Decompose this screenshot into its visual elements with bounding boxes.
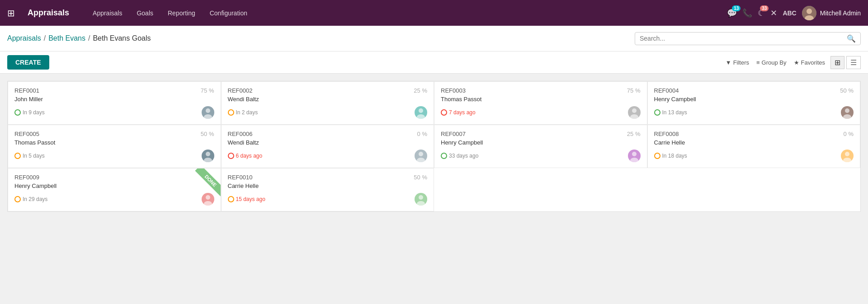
breadcrumb-beth-evans[interactable]: Beth Evans (48, 34, 85, 42)
search-icon[interactable]: 🔍 (847, 34, 856, 43)
card-avatar (202, 150, 214, 162)
card-name: John Miller (14, 96, 214, 103)
filters-button[interactable]: ▼ Filters (726, 59, 749, 66)
card-header: REF0008 0 % (654, 131, 854, 137)
card-footer: In 18 days (654, 150, 854, 162)
user-menu[interactable]: Mitchell Admin (802, 6, 861, 20)
abc-label[interactable]: ABC (783, 9, 796, 17)
svg-point-8 (630, 114, 638, 119)
nav-reporting[interactable]: Reporting (162, 7, 201, 19)
card-percent: 50 % (840, 87, 854, 94)
chat-icon[interactable]: 💬 13 (727, 8, 737, 18)
list-view-button[interactable]: ☰ (846, 56, 861, 69)
moon-badge: 33 (760, 5, 769, 11)
card-ref: REF0002 (228, 87, 253, 94)
card-date: In 2 days (228, 109, 258, 116)
nav-appraisals[interactable]: Appraisals (87, 7, 127, 19)
date-icon (228, 153, 234, 159)
card-avatar (415, 193, 427, 206)
filter-group: ▼ Filters ≡ Group By ★ Favorites (726, 59, 825, 66)
star-icon: ★ (794, 59, 799, 66)
phone-icon[interactable]: 📞 (742, 8, 752, 18)
kanban-card[interactable]: REF0003 75 % Thomas Passot 7 days ago (434, 81, 647, 125)
view-toggle: ⊞ ☰ (830, 56, 861, 69)
groupby-label: Group By (762, 59, 787, 66)
card-percent: 25 % (627, 131, 641, 137)
card-percent: 75 % (201, 87, 214, 94)
card-header: REF0005 50 % (14, 131, 214, 137)
card-ref: REF0001 (14, 87, 39, 94)
card-date: 6 days ago (228, 153, 263, 159)
kanban-card[interactable]: REF0010 50 % Carrie Helle 15 days ago (221, 168, 434, 211)
card-ref: REF0010 (228, 174, 253, 181)
card-date: 33 days ago (441, 153, 478, 159)
favorites-button[interactable]: ★ Favorites (794, 59, 825, 66)
card-header: REF0007 25 % (441, 131, 641, 137)
card-ref: REF0006 (228, 131, 253, 137)
card-header: REF0001 75 % (14, 87, 214, 94)
grid-icon[interactable]: ⊞ (7, 8, 15, 19)
kanban-card[interactable]: REF0002 25 % Wendi Baltz In 2 days (221, 81, 434, 125)
date-text: In 5 days (23, 153, 45, 159)
svg-point-16 (630, 158, 638, 162)
card-date: In 29 days (14, 196, 47, 202)
app-title: Appraisals (28, 8, 69, 18)
create-button[interactable]: CREATE (7, 55, 49, 70)
card-header: REF0009 (14, 174, 214, 181)
card-avatar (415, 150, 427, 162)
date-text: 33 days ago (449, 153, 478, 159)
nav-links: Appraisals Goals Reporting Configuration (87, 7, 253, 19)
card-avatar (202, 106, 214, 119)
kanban-card[interactable]: REF0005 50 % Thomas Passot In 5 days (8, 125, 221, 168)
date-icon (441, 109, 447, 116)
filter-icon: ▼ (726, 59, 731, 66)
breadcrumb-sep1: / (44, 34, 46, 42)
user-name: Mitchell Admin (820, 9, 861, 17)
filters-label: Filters (733, 59, 749, 66)
breadcrumb-current: Beth Evans Goals (93, 34, 151, 42)
kanban-card[interactable]: REF0008 0 % Carrie Helle In 18 days (647, 125, 861, 168)
card-header: REF0010 50 % (228, 174, 428, 181)
kanban-card[interactable]: REF0009 Henry Campbell In 29 days DONE (8, 168, 221, 211)
kanban-card[interactable]: REF0001 75 % John Miller In 9 days (8, 81, 221, 125)
kanban-card[interactable]: REF0006 0 % Wendi Baltz 6 days ago (221, 125, 434, 168)
card-date: 7 days ago (441, 109, 476, 116)
done-ribbon: DONE (195, 168, 221, 196)
card-ref: REF0007 (441, 131, 466, 137)
svg-point-5 (419, 108, 423, 113)
kanban-card[interactable]: REF0004 50 % Henry Campbell In 13 days (647, 81, 861, 125)
groupby-button[interactable]: ≡ Group By (756, 59, 787, 66)
date-text: In 2 days (236, 109, 258, 116)
breadcrumb-sep2: / (88, 34, 90, 42)
date-text: In 13 days (662, 109, 687, 116)
breadcrumb-appraisals[interactable]: Appraisals (7, 34, 41, 42)
card-name: Carrie Helle (228, 182, 428, 189)
chat-badge: 13 (732, 5, 741, 11)
svg-point-18 (843, 158, 851, 162)
date-icon (654, 109, 660, 116)
kanban-card[interactable]: REF0007 25 % Henry Campbell 33 days ago (434, 125, 647, 168)
kanban-view-button[interactable]: ⊞ (830, 56, 844, 69)
search-input[interactable] (640, 35, 847, 42)
card-date: In 13 days (654, 109, 687, 116)
date-icon (228, 109, 234, 116)
card-ref: REF0008 (654, 131, 679, 137)
user-avatar (802, 6, 816, 20)
nav-configuration[interactable]: Configuration (204, 7, 253, 19)
card-ref: REF0004 (654, 87, 679, 94)
card-ref: REF0005 (14, 131, 39, 137)
card-date: In 18 days (654, 153, 687, 159)
toolbar: CREATE ▼ Filters ≡ Group By ★ Favorites … (0, 51, 868, 74)
date-text: In 29 days (23, 196, 47, 202)
card-footer: In 5 days (14, 150, 214, 162)
nav-goals[interactable]: Goals (131, 7, 159, 19)
close-icon[interactable]: ✕ (770, 8, 777, 18)
card-avatar (628, 106, 641, 119)
moon-icon[interactable]: ☾ 33 (758, 8, 765, 18)
date-text: In 9 days (23, 109, 45, 116)
card-name: Carrie Helle (654, 139, 854, 146)
card-percent: 50 % (414, 174, 427, 181)
svg-point-13 (419, 152, 423, 156)
card-avatar (841, 150, 854, 162)
svg-point-20 (204, 201, 212, 206)
